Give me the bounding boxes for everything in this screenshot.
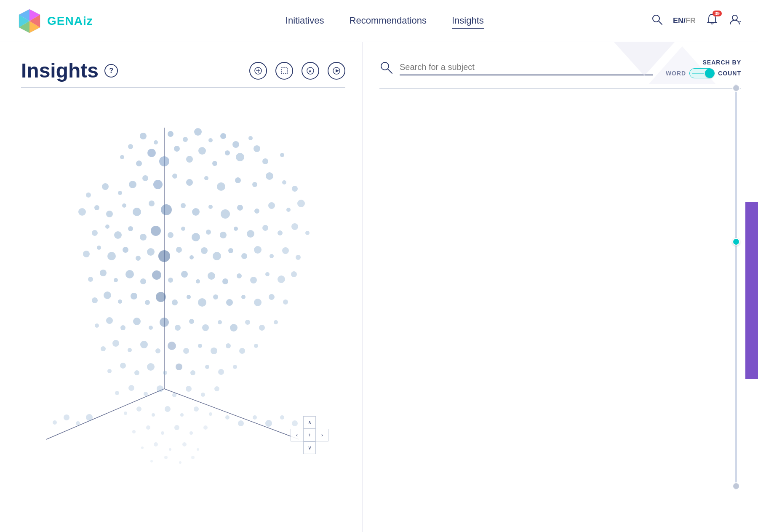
svg-point-30 bbox=[232, 141, 239, 148]
svg-point-47 bbox=[118, 191, 122, 195]
svg-point-128 bbox=[118, 299, 122, 304]
svg-point-132 bbox=[172, 299, 178, 305]
svg-point-41 bbox=[212, 161, 217, 166]
nav-insights[interactable]: Insights bbox=[452, 13, 484, 29]
svg-point-29 bbox=[128, 144, 133, 149]
select-button[interactable] bbox=[275, 62, 293, 80]
svg-point-134 bbox=[198, 298, 206, 307]
svg-marker-18 bbox=[336, 69, 339, 72]
svg-point-210 bbox=[86, 414, 93, 421]
header-search-icon[interactable] bbox=[651, 13, 663, 28]
svg-point-117 bbox=[181, 271, 188, 278]
svg-point-85 bbox=[206, 230, 211, 235]
svg-point-112 bbox=[114, 278, 118, 282]
svg-point-78 bbox=[114, 231, 122, 239]
svg-point-37 bbox=[120, 155, 124, 159]
svg-point-169 bbox=[134, 370, 139, 375]
svg-point-176 bbox=[233, 365, 237, 369]
svg-point-35 bbox=[225, 150, 230, 155]
auto-button[interactable]: A bbox=[302, 62, 319, 80]
svg-point-126 bbox=[92, 297, 98, 303]
empty-cell bbox=[291, 416, 303, 429]
scatter-plot[interactable]: ∧ ‹ + › ∨ bbox=[21, 96, 341, 475]
nav-right-button[interactable]: › bbox=[316, 429, 328, 441]
slider-bottom-cap bbox=[732, 482, 740, 490]
svg-point-102 bbox=[201, 247, 208, 254]
nav-initiatives[interactable]: Initiatives bbox=[286, 13, 324, 29]
svg-point-43 bbox=[262, 158, 268, 164]
svg-point-154 bbox=[274, 320, 278, 324]
svg-point-161 bbox=[183, 348, 189, 354]
svg-point-91 bbox=[291, 223, 298, 230]
svg-point-50 bbox=[153, 180, 163, 189]
svg-point-149 bbox=[202, 324, 209, 331]
svg-point-146 bbox=[160, 318, 169, 327]
svg-point-163 bbox=[211, 348, 217, 354]
svg-point-196 bbox=[190, 431, 193, 435]
svg-point-58 bbox=[282, 180, 286, 184]
nav-cross: ∧ ‹ + › ∨ bbox=[291, 416, 328, 454]
svg-point-107 bbox=[270, 254, 274, 258]
svg-point-195 bbox=[174, 425, 179, 430]
nav-down-button[interactable]: ∨ bbox=[303, 441, 316, 454]
svg-point-75 bbox=[297, 200, 305, 207]
notifications-button[interactable]: 39 bbox=[706, 13, 718, 29]
svg-point-185 bbox=[124, 412, 127, 415]
svg-point-168 bbox=[120, 363, 126, 369]
svg-point-94 bbox=[97, 246, 101, 250]
svg-point-125 bbox=[291, 271, 297, 277]
svg-point-51 bbox=[172, 174, 177, 179]
svg-point-141 bbox=[95, 323, 99, 328]
svg-point-177 bbox=[115, 391, 119, 395]
svg-point-54 bbox=[217, 182, 225, 191]
svg-point-79 bbox=[128, 226, 133, 231]
svg-point-98 bbox=[147, 248, 155, 256]
svg-point-148 bbox=[189, 319, 194, 324]
zoom-in-button[interactable] bbox=[249, 62, 267, 80]
toolbar: A bbox=[249, 62, 345, 80]
svg-point-95 bbox=[107, 252, 116, 260]
svg-point-180 bbox=[157, 385, 163, 392]
svg-point-38 bbox=[136, 160, 142, 166]
svg-point-130 bbox=[145, 300, 150, 305]
logo-text: GENAiz bbox=[47, 14, 93, 28]
help-button[interactable]: ? bbox=[104, 64, 118, 78]
nav-recommendations[interactable]: Recommendations bbox=[350, 13, 427, 29]
svg-point-184 bbox=[214, 386, 219, 391]
svg-point-109 bbox=[296, 255, 301, 260]
user-icon[interactable] bbox=[729, 13, 741, 29]
search-toggle[interactable] bbox=[689, 68, 715, 78]
svg-point-44 bbox=[280, 153, 284, 157]
nav-center[interactable]: + bbox=[303, 429, 316, 441]
svg-point-59 bbox=[292, 186, 298, 192]
svg-point-178 bbox=[128, 385, 134, 391]
svg-point-31 bbox=[248, 136, 253, 140]
svg-point-181 bbox=[172, 393, 176, 397]
svg-point-60 bbox=[78, 208, 86, 216]
svg-point-71 bbox=[237, 205, 243, 211]
play-button[interactable] bbox=[328, 62, 345, 80]
svg-point-212 bbox=[238, 420, 244, 426]
svg-point-119 bbox=[208, 272, 215, 280]
nav-left-button[interactable]: ‹ bbox=[291, 429, 303, 441]
svg-point-131 bbox=[156, 292, 166, 302]
svg-point-133 bbox=[187, 295, 191, 299]
svg-rect-14 bbox=[281, 68, 287, 74]
svg-point-121 bbox=[237, 273, 242, 278]
right-panel: SEARCH BY WORD COUNT bbox=[362, 42, 758, 532]
svg-point-69 bbox=[208, 205, 213, 209]
svg-point-55 bbox=[235, 177, 241, 183]
svg-point-198 bbox=[141, 446, 144, 449]
empty-cell4 bbox=[316, 441, 328, 454]
lang-switch[interactable]: EN/FR bbox=[673, 16, 696, 25]
svg-point-23 bbox=[154, 140, 158, 144]
header-right: EN/FR 39 bbox=[651, 13, 741, 29]
empty-cell3 bbox=[291, 441, 303, 454]
svg-point-150 bbox=[218, 320, 222, 324]
svg-point-40 bbox=[186, 156, 193, 163]
svg-point-137 bbox=[241, 295, 246, 299]
nav-up-button[interactable]: ∧ bbox=[303, 416, 316, 429]
vertical-slider-thumb[interactable] bbox=[732, 238, 740, 246]
svg-point-145 bbox=[149, 326, 153, 330]
svg-point-211 bbox=[225, 415, 230, 420]
